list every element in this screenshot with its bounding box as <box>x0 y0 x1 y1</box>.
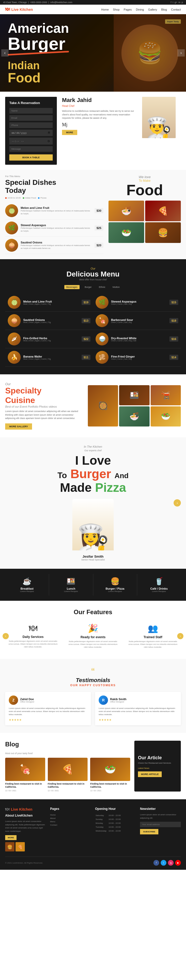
menu-thumb-2: 🧅 <box>8 314 21 327</box>
footer-page-contact[interactable]: Contact <box>50 823 91 827</box>
social-fb[interactable]: f <box>171 1 172 4</box>
book-table-button[interactable]: BOOK A TABLE <box>9 154 53 161</box>
filter-mutton[interactable]: Mutton <box>111 285 122 289</box>
res-message-input[interactable] <box>9 146 53 152</box>
nav-dining[interactable]: Dining <box>136 8 144 11</box>
menu-item-7: 🫚 Fine-Fried Ginger Onion | Cumin | Salt… <box>93 348 181 367</box>
kitchen-i-love: I Love <box>75 453 111 467</box>
footer-yt-button[interactable]: ▶ <box>175 860 181 865</box>
menu-filters: Beverages Burger Ethnic Mutton <box>5 285 181 289</box>
menu-info-1: Stewed Asparagus Onion | Cumin | Salt | … <box>111 300 167 305</box>
specialty-section: Our Specialty Cuisine Best of our Event … <box>0 374 186 438</box>
nav-gallery[interactable]: Gallery <box>148 8 157 11</box>
res-phone-input[interactable] <box>9 123 53 128</box>
menu-tags-2: Meat | Onion | Apple | Cumin | 72g <box>23 321 79 323</box>
specialty-line1: Specialty <box>5 386 41 395</box>
footer-more-button[interactable]: MORE <box>5 835 16 840</box>
hero-title-american: American <box>8 21 69 35</box>
footer-page-home[interactable]: Home <box>50 813 91 816</box>
res-date-input[interactable] <box>9 130 53 136</box>
nav-contact[interactable]: Contact <box>171 8 181 11</box>
newsletter-email-input[interactable] <box>140 822 181 827</box>
dish-name-0: Melon and Lime Fruit <box>21 206 92 209</box>
category-breakfast[interactable]: ☕ Breakfast Lorem Recipes <box>5 574 49 596</box>
gallery-button[interactable]: MORE GALLERY <box>5 423 32 430</box>
testi-user-info-1: Rakib Smith Office Designer <box>110 698 127 703</box>
testi-stars-1: ★★★★★ <box>99 718 177 722</box>
testi-name-0: Zahid Doe <box>20 698 34 701</box>
social-gp[interactable]: g+ <box>175 1 177 4</box>
nav-pages[interactable]: Pages <box>124 8 132 11</box>
dish-desc-1: Pellentesque habitant morbi tristique se… <box>21 227 92 232</box>
food-grid-item-1: 🍕 <box>145 200 181 221</box>
res-name-input[interactable] <box>9 108 53 114</box>
filter-burger[interactable]: Burger <box>83 285 94 289</box>
more-article-button[interactable]: MORE ARTICLE <box>138 772 162 777</box>
footer-hours: Opening Hour Saturday 10:00 - 22:00 Sund… <box>95 807 136 851</box>
blog-img-0: 🍖 <box>5 758 45 781</box>
category-burger-pizza[interactable]: 🍔 Burger / Pizza Lorem Recipes <box>93 574 137 596</box>
indian-dot <box>23 197 24 199</box>
hero-prev-button[interactable]: ‹ <box>1 49 8 57</box>
hero-next-button[interactable]: › <box>178 49 185 57</box>
article-link[interactable]: Latest News <box>138 767 177 769</box>
dish-name-1: Stewed Asparagus <box>21 224 92 227</box>
blog-card-date-2: 12 / 03 / 2021 <box>90 790 130 792</box>
menu-thumb-6: 🍌 <box>8 351 21 364</box>
nav-links: Home Shop Pages Dining Gallery Blog Cont… <box>101 8 181 11</box>
social-pi[interactable]: p <box>181 1 183 4</box>
menu-tags-1: Onion | Cumin | Salt | 50g <box>111 303 167 305</box>
features-prev-arrow[interactable]: ‹ <box>3 633 9 639</box>
features-title: Our Features <box>5 608 181 616</box>
filter-ethnic[interactable]: Ethnic <box>97 285 108 289</box>
footer-tw-button[interactable]: t <box>161 860 166 865</box>
filter-indian[interactable]: Indian Food <box>23 197 36 199</box>
filter-beverages[interactable]: Beverages <box>64 285 79 289</box>
filter-pizzas[interactable]: Pizzas <box>38 197 46 199</box>
lunch-desc: Lorem Recipes <box>52 590 90 592</box>
features-next-arrow[interactable]: › <box>177 633 183 639</box>
blog-card-1: 🍕 Finding best restaurant to visit in Ca… <box>48 758 88 791</box>
footer-fb-button[interactable]: f <box>153 860 159 865</box>
blog-title: Blog <box>5 741 130 748</box>
menu-tags-7: Onion | Cumin | Salt | 50g <box>111 358 167 360</box>
nav-home[interactable]: Home <box>101 8 109 11</box>
nav-blog[interactable]: Blog <box>161 8 167 11</box>
menu-info-3: Barbecued Sour Onion | Cumin | Salt | 50… <box>111 318 167 323</box>
nav-shop[interactable]: Shop <box>113 8 119 11</box>
specialty-images: 🥘 🍱 🫕 🍜 🥗 <box>88 385 181 426</box>
hours-time-0: 10:00 - 22:00 <box>108 814 122 817</box>
social-in[interactable]: in <box>178 1 180 4</box>
res-time-input[interactable] <box>9 138 53 145</box>
lunch-icon: 🍱 <box>52 577 90 585</box>
footer-ig-button[interactable]: ig <box>168 860 173 865</box>
top-contact: 45 East Town, Chicago | +800-0000-2000 |… <box>3 1 72 4</box>
chef-description: Welcome to ourddelicious restaurant webs… <box>62 110 138 120</box>
testi-role-0: Office Designer <box>20 701 34 703</box>
category-cafe-drinks[interactable]: 🥤 Café / Drinks Lorem Recipes <box>137 574 181 596</box>
menu-subtitle: Best offer from house chef <box>5 278 181 281</box>
footer-about-text: Lorem ipsum dolor sit amet consectetur a… <box>5 820 46 833</box>
ready-events-name: Ready for events <box>68 635 118 639</box>
menu-item-3: 🍖 Barbecued Sour Onion | Cumin | Salt | … <box>93 312 181 330</box>
kitchen-next-arrow[interactable]: › <box>173 499 181 506</box>
testi-user-1: R Rakib Smith Office Designer <box>99 695 177 705</box>
category-lunch[interactable]: 🍱 Lunch Lorem Recipes <box>49 574 93 596</box>
dishes-left: For This Menu Special Dishes Today 10:00… <box>5 175 103 254</box>
kitchen-burger: Burger <box>70 467 111 481</box>
kitchen-to: To <box>57 471 67 480</box>
footer-page-about[interactable]: About <box>50 816 91 820</box>
menu-price-5: $16 <box>170 336 178 342</box>
hours-day-0: Saturday <box>95 814 108 817</box>
dish-price-1: $25 <box>95 225 103 231</box>
dish-price-0: $30 <box>95 208 103 213</box>
subscribe-button[interactable]: SUBSCRIBE <box>140 829 158 834</box>
footer-page-menu[interactable]: Menu <box>50 820 91 823</box>
special-dishes-section: For This Menu Special Dishes Today 10:00… <box>0 170 186 259</box>
logo[interactable]: 🍽 Live Kitchen <box>5 7 33 12</box>
res-email-input[interactable] <box>9 115 53 121</box>
kitchen-label: In The Kitchen <box>5 445 181 448</box>
menu-item-0: 🍈 Melon and Lime Fruit Meat | Onion | Ap… <box>5 293 93 312</box>
social-tw[interactable]: t <box>173 1 173 4</box>
chef-more-button[interactable]: MORE <box>62 130 77 135</box>
